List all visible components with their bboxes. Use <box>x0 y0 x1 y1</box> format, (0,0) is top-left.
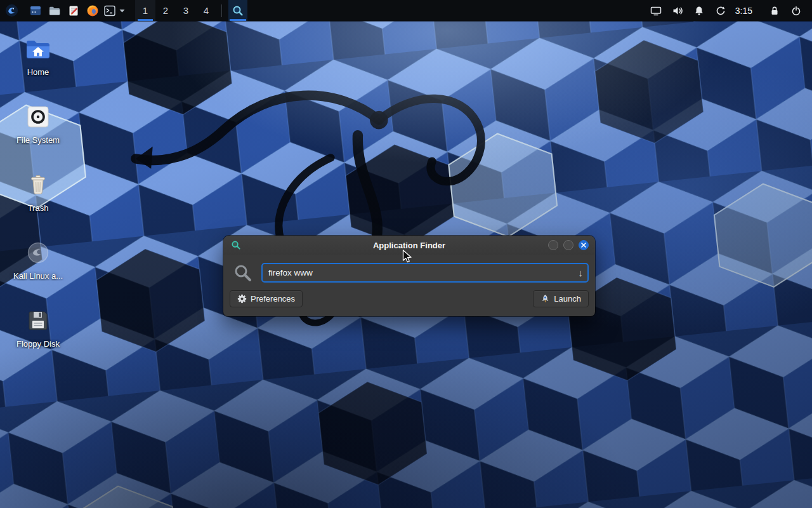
notifications-indicator[interactable] <box>688 0 710 21</box>
launch-button[interactable]: Launch <box>533 290 589 307</box>
desktop-icon-label: File System <box>5 135 71 145</box>
workspace-4-label: 4 <box>204 5 209 16</box>
close-icon <box>581 243 586 248</box>
kali-logo-icon <box>5 4 18 17</box>
taskbar-application-finder-button[interactable] <box>228 0 247 21</box>
chevron-down-icon <box>119 9 125 13</box>
workspace-1[interactable]: 1 <box>135 0 155 21</box>
workspace-1-label: 1 <box>143 5 148 16</box>
floppy-disk-icon <box>23 305 53 336</box>
updates-indicator[interactable] <box>710 0 731 21</box>
trash-icon <box>23 170 53 200</box>
window-controls <box>548 240 589 250</box>
volume-icon <box>672 5 683 17</box>
lock-icon <box>769 5 780 17</box>
desktop-icon-trash[interactable]: Trash <box>5 170 71 213</box>
panel-separator <box>221 4 222 17</box>
text-editor-icon <box>67 4 80 17</box>
display-icon <box>650 5 662 17</box>
close-button[interactable] <box>579 240 589 250</box>
file-manager-icon <box>29 4 42 17</box>
desktop-icon-kali-linux[interactable]: Kali Linux a... <box>5 237 71 281</box>
desktop-icon-label: Trash <box>5 203 71 213</box>
file-system-drive-icon <box>23 102 53 132</box>
maximize-button[interactable] <box>563 240 573 250</box>
kali-docs-icon <box>23 237 53 268</box>
folder-icon <box>48 4 61 17</box>
files-launcher[interactable] <box>45 0 64 21</box>
search-icon <box>233 264 252 283</box>
kali-menu-button[interactable] <box>3 0 20 21</box>
desktop-icon-label: Home <box>5 67 71 77</box>
firefox-icon <box>86 4 99 17</box>
text-editor-launcher[interactable] <box>64 0 83 21</box>
home-folder-icon <box>23 34 53 64</box>
finder-search-row: ↓ <box>223 255 595 283</box>
desktop-icon-file-system[interactable]: File System <box>5 102 71 145</box>
terminal-dropdown-button[interactable] <box>117 0 126 21</box>
workspace-2-label: 2 <box>163 5 168 16</box>
workspace-2[interactable]: 2 <box>155 0 176 21</box>
application-finder-window-icon <box>231 240 241 250</box>
updates-icon <box>715 5 726 17</box>
logout-button[interactable] <box>785 0 807 21</box>
terminal-icon <box>103 4 116 17</box>
panel-left-section: 1 2 3 4 <box>0 0 247 21</box>
power-icon <box>790 5 802 17</box>
terminal-launcher[interactable] <box>102 0 117 21</box>
preferences-button[interactable]: Preferences <box>230 290 303 307</box>
preferences-label: Preferences <box>251 294 295 304</box>
window-title: Application Finder <box>373 241 445 250</box>
launch-rocket-icon <box>540 294 550 304</box>
firefox-launcher[interactable] <box>83 0 102 21</box>
volume-indicator[interactable] <box>667 0 688 21</box>
search-input-wrap: ↓ <box>261 263 589 283</box>
workspace-4[interactable]: 4 <box>196 0 216 21</box>
panel-right-section: 3:15 <box>645 0 812 21</box>
application-finder-window: Application Finder ↓ <box>223 236 595 316</box>
panel-clock[interactable]: 3:15 <box>735 6 752 16</box>
finder-titlebar[interactable]: Application Finder <box>223 236 595 255</box>
desktop-icon-label: Kali Linux a... <box>5 271 71 281</box>
desktop-icon-home[interactable]: Home <box>5 34 71 77</box>
screen-lock-button[interactable] <box>764 0 785 21</box>
bell-icon <box>693 5 705 17</box>
display-indicator[interactable] <box>645 0 667 21</box>
application-finder-task-icon <box>232 4 244 17</box>
top-panel: 1 2 3 4 <box>0 0 812 21</box>
search-input[interactable] <box>261 263 589 283</box>
gear-icon <box>237 294 247 304</box>
desktop-icon-label: Floppy Disk <box>5 339 71 349</box>
launch-label: Launch <box>554 294 581 304</box>
file-manager-launcher[interactable] <box>26 0 45 21</box>
workspace-switcher: 1 2 3 4 <box>135 0 216 21</box>
finder-button-row: Preferences Launch <box>223 283 595 307</box>
workspace-3-label: 3 <box>183 5 188 16</box>
workspace-3[interactable]: 3 <box>176 0 196 21</box>
history-dropdown-icon[interactable]: ↓ <box>579 267 584 277</box>
desktop-icon-floppy-disk[interactable]: Floppy Disk <box>5 305 71 349</box>
minimize-button[interactable] <box>548 240 558 250</box>
